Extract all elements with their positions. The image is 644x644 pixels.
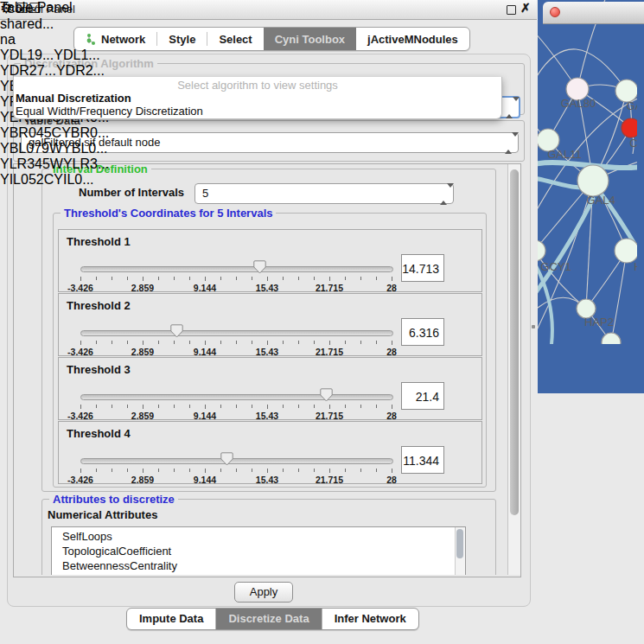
zoom-traffic-light-icon[interactable] [543, 7, 553, 17]
checkbox-icons[interactable]: ☑☑ [16, 1, 41, 16]
slider-track[interactable] [80, 330, 393, 336]
settings-scrollbar-thumb[interactable] [510, 169, 519, 515]
network-canvas[interactable]: GAL80GACGAL11GAL4GCY1HHAP2 [538, 0, 644, 348]
numerical-attributes-list[interactable]: SelfLoopsTopologicalCoefficientBetweenne… [51, 526, 466, 575]
slider-tick-label: 21.715 [316, 475, 343, 485]
column-header-name[interactable]: na [0, 32, 112, 48]
slider-tick [360, 469, 361, 472]
slider-tick [376, 277, 377, 280]
cell-shared-name[interactable]: YIL052C [0, 172, 54, 187]
threshold-slider[interactable]: -3.4262.8599.14415.4321.71528 [80, 455, 392, 482]
table-row[interactable]: YBR045CYBR0... [0, 125, 112, 141]
attribute-list-item[interactable]: BetweennessCentrality [52, 558, 465, 573]
network-edge[interactable] [611, 251, 627, 342]
table-row[interactable]: YLR345WYLR3... [0, 156, 112, 172]
float-window-icon[interactable] [507, 5, 516, 15]
network-node-label: GA [627, 99, 637, 112]
slider-tick [143, 405, 143, 409]
slider-tick [298, 341, 299, 344]
slider-tick [360, 341, 361, 344]
tab-cyni-toolbox[interactable]: Cyni Toolbox [264, 28, 356, 50]
slider-tick [174, 469, 175, 472]
cell-name[interactable]: YBL0... [62, 141, 107, 156]
network-node[interactable] [615, 239, 637, 263]
network-node[interactable] [577, 165, 609, 196]
slider-tick [80, 469, 81, 473]
cell-name[interactable]: YBR0... [61, 125, 109, 140]
tab-style[interactable]: Style [157, 28, 207, 50]
settings-scrollbar[interactable] [507, 164, 520, 575]
threshold-slider[interactable]: -3.4262.8599.14415.4321.71528 [80, 327, 392, 354]
minimize-traffic-light-icon[interactable] [564, 7, 574, 17]
column-header-shared-name[interactable]: shared... [0, 16, 112, 32]
slider-tick [298, 277, 299, 280]
threshold-value-field[interactable]: 11.344 [401, 446, 444, 474]
tab-label: jActiveMNodules [367, 33, 458, 46]
slider-thumb-icon[interactable] [320, 388, 333, 402]
close-icon[interactable]: ✗ [520, 1, 531, 15]
network-node[interactable] [538, 240, 545, 261]
threshold-row: Threshold 4-3.4262.8599.14415.4321.71528… [58, 421, 482, 484]
attribute-list-item[interactable]: TopologicalCoefficient [52, 544, 465, 558]
slider-tick [283, 277, 284, 280]
table-row[interactable]: YIL052CYIL0... [0, 172, 112, 188]
slider-tick-label: 9.144 [194, 411, 216, 421]
slider-thumb-icon[interactable] [170, 324, 183, 338]
slider-tick [236, 469, 237, 472]
network-window: GAL80GACGAL11GAL4GCY1HHAP2 [538, 0, 644, 393]
slider-thumb-icon[interactable] [253, 260, 266, 274]
dropdown-hint: Select algorithm to view settings [14, 79, 501, 92]
threshold-value-field[interactable]: 21.4 [401, 382, 444, 410]
tab-impute-data[interactable]: Impute Data [127, 609, 215, 629]
slider-track[interactable] [80, 266, 393, 272]
network-node[interactable] [602, 333, 621, 344]
cell-shared-name[interactable]: YBR045C [0, 125, 61, 140]
table-row[interactable]: YDL19...YDL1... [0, 48, 112, 63]
slider-track[interactable] [80, 458, 393, 464]
slider-tick [158, 341, 159, 344]
network-window-titlebar [543, 2, 644, 24]
threshold-label: Threshold 4 [67, 427, 131, 440]
slider-tick-label: 2.859 [131, 475, 154, 485]
cell-name[interactable]: YDR2... [56, 63, 105, 78]
split-pane-grip[interactable] [532, 325, 535, 328]
cell-shared-name[interactable]: YDR27... [0, 63, 56, 78]
table-row[interactable]: YBL079WYBL0... [0, 141, 112, 156]
threshold-slider[interactable]: -3.4262.8599.14415.4321.71528 [80, 391, 392, 418]
slider-tick-label: 15.43 [256, 347, 278, 357]
cell-shared-name[interactable]: YBL079W [0, 141, 62, 156]
threshold-slider[interactable]: -3.4262.8599.14415.4321.71528 [80, 263, 392, 290]
list-scrollbar-thumb[interactable] [456, 529, 463, 558]
attribute-list-item[interactable]: SelfLoops [52, 529, 465, 544]
slider-tick [80, 405, 81, 409]
slider-tick [329, 341, 330, 345]
slider-tick-label: 9.144 [194, 347, 216, 357]
network-node-label: GAL11 [547, 148, 582, 161]
dropdown-option-manual-discretization[interactable]: Manual Discretization [16, 92, 131, 105]
tab-jactivemnodules[interactable]: jActiveMNodules [356, 28, 469, 50]
apply-button[interactable]: Apply [234, 582, 293, 603]
slider-track[interactable] [80, 394, 393, 400]
tab-select[interactable]: Select [207, 28, 263, 50]
cell-shared-name[interactable]: YDL19... [0, 48, 54, 62]
cell-name[interactable]: YIL0... [54, 172, 93, 187]
tab-discretize-data[interactable]: Discretize Data [216, 609, 321, 629]
number-of-intervals-combobox[interactable]: 5 [194, 183, 454, 204]
slider-tick-label: 21.715 [316, 283, 343, 293]
cell-shared-name[interactable]: YLR345W [0, 156, 63, 171]
combo-arrows-icon [440, 188, 447, 201]
list-scrollbar[interactable] [455, 527, 465, 575]
cell-name[interactable]: YDL1... [54, 48, 99, 62]
slider-tick [220, 469, 221, 472]
slider-thumb-icon[interactable] [220, 452, 233, 466]
cell-name[interactable]: YLR3... [63, 156, 109, 171]
dropdown-option-equal-width-frequency[interactable]: Equal Width/Frequency Discretization [16, 105, 203, 118]
slider-tick [314, 405, 315, 408]
tab-infer-network[interactable]: Infer Network [322, 609, 418, 629]
slider-tick [220, 277, 221, 280]
threshold-value-field[interactable]: 14.713 [401, 254, 444, 282]
threshold-value-field[interactable]: 6.316 [401, 318, 444, 346]
slider-tick [158, 405, 159, 408]
network-node[interactable] [622, 118, 637, 137]
gear-icon[interactable]: ⚙ [0, 1, 12, 16]
